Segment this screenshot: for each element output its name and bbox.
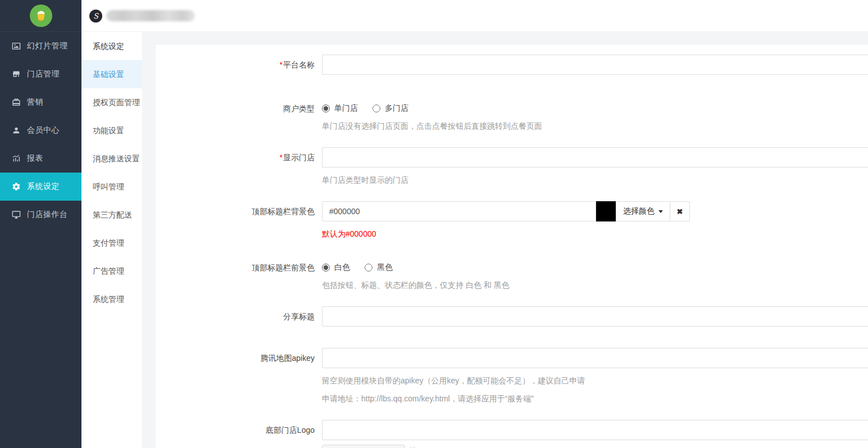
bottom-logo-preview [322, 445, 405, 448]
sidebar-item-label: 报表 [27, 153, 43, 164]
masked-account-name [106, 10, 195, 21]
radio-black-input[interactable] [365, 264, 372, 271]
sidebar-item-store-console[interactable]: 门店操作台 [0, 201, 81, 229]
title-fg-color-radio-group: 白色 黑色 [322, 261, 868, 273]
merchant-type-radio-group: 单门店 多门店 [322, 102, 868, 114]
content-row: 系统设定 基础设置 授权页面管理 功能设置 消息推送设置 呼叫管理 第三方配送 … [81, 32, 868, 448]
settings-form-card: *平台名称 商户类型 单门店 [156, 45, 868, 448]
settings-nav-title: 系统设定 [81, 32, 142, 60]
form-group-map-apikey: 腾讯地图apikey 留空则使用模块自带的apikey（公用key，配额可能会不… [156, 348, 868, 404]
settings-item-system[interactable]: 系统管理 [81, 285, 142, 313]
title-bg-color-input[interactable] [322, 201, 596, 221]
remove-logo-icon[interactable]: × [410, 445, 416, 448]
topbar: S [81, 0, 868, 32]
merchant-type-help: 单门店没有选择门店页面，点击点餐按钮后直接跳转到点餐页面 [322, 120, 868, 132]
clear-icon: ✖ [677, 207, 683, 216]
sidebar-item-system-settings[interactable]: 系统设定 [0, 173, 81, 201]
radio-white-input[interactable] [322, 264, 330, 271]
radio-black[interactable]: 黑色 [365, 263, 393, 273]
display-store-help: 单门店类型时显示的门店 [322, 174, 868, 185]
clear-color-button[interactable]: ✖ [670, 201, 690, 221]
settings-item-call[interactable]: 呼叫管理 [81, 173, 142, 201]
radio-multi-store[interactable]: 多门店 [372, 103, 408, 114]
form-group-merchant-type: 商户类型 单门店 多门店 [156, 102, 868, 132]
map-apikey-help-2: 申请地址：http://lbs.qq.com/key.html，请选择应用于“服… [322, 393, 868, 404]
radio-multi-store-input[interactable] [372, 105, 380, 112]
map-apikey-help-1: 留空则使用模块自带的apikey（公用key，配额可能会不足），建议自己申请 [322, 375, 868, 386]
cupcake-logo-icon [30, 4, 52, 27]
required-mark: * [280, 153, 283, 162]
sidebar-item-slides[interactable]: 幻灯片管理 [0, 32, 81, 60]
gear-icon [12, 182, 21, 191]
console-icon [12, 210, 21, 219]
platform-name-input[interactable] [322, 55, 868, 75]
radio-single-store[interactable]: 单门店 [322, 103, 358, 114]
map-apikey-label: 腾讯地图apikey [156, 348, 322, 404]
platform-name-label: *平台名称 [156, 55, 322, 75]
settings-item-features[interactable]: 功能设置 [81, 116, 142, 144]
main-sidebar: 幻灯片管理 门店管理 营销 会员中心 [0, 0, 81, 448]
sidebar-item-reports[interactable]: 报表 [0, 144, 81, 173]
title-bg-color-help: 默认为#000000 [322, 228, 868, 239]
sidebar-item-label: 会员中心 [27, 125, 60, 135]
form-group-title-fg-color: 顶部标题栏前景色 白色 黑色 [156, 261, 868, 291]
share-title-input[interactable] [322, 306, 868, 327]
share-title-label: 分享标题 [156, 306, 322, 327]
sidebar-item-label: 门店操作台 [27, 210, 68, 220]
form-group-title-bg-color: 顶部标题栏背景色 选择颜色 ✖ [156, 201, 868, 239]
choose-color-button[interactable]: 选择颜色 [616, 201, 670, 221]
sidebar-item-label: 门店管理 [27, 69, 60, 79]
form-group-bottom-logo: 底部门店Logo × [156, 420, 868, 448]
sidebar-item-label: 营销 [27, 97, 43, 107]
settings-item-auth-pages[interactable]: 授权页面管理 [81, 88, 142, 116]
title-bg-color-label: 顶部标题栏背景色 [156, 201, 322, 239]
app-logo[interactable] [0, 0, 81, 32]
settings-item-push[interactable]: 消息推送设置 [81, 144, 142, 173]
main-content: *平台名称 商户类型 单门店 [142, 32, 868, 448]
main-nav: 幻灯片管理 门店管理 营销 会员中心 [0, 32, 81, 229]
settings-item-ads[interactable]: 广告管理 [81, 257, 142, 285]
settings-item-payment[interactable]: 支付管理 [81, 229, 142, 257]
caret-down-icon [658, 210, 663, 213]
member-icon [12, 126, 21, 135]
sidebar-item-label: 系统设定 [27, 182, 60, 192]
account-badge-icon[interactable]: S [89, 10, 102, 22]
sidebar-item-members[interactable]: 会员中心 [0, 116, 81, 144]
bottom-logo-input[interactable] [322, 420, 868, 440]
gift-icon [12, 98, 21, 107]
display-store-label: *显示门店 [156, 147, 322, 185]
radio-single-store-input[interactable] [322, 105, 330, 112]
bottom-logo-label: 底部门店Logo [156, 420, 322, 448]
title-fg-color-help: 包括按钮、标题、状态栏的颜色，仅支持 白色 和 黑色 [322, 279, 868, 291]
store-icon [12, 70, 21, 79]
sidebar-item-marketing[interactable]: 营销 [0, 88, 81, 116]
settings-sidebar: 系统设定 基础设置 授权页面管理 功能设置 消息推送设置 呼叫管理 第三方配送 … [81, 32, 142, 448]
report-icon [12, 154, 21, 163]
sidebar-item-stores[interactable]: 门店管理 [0, 60, 81, 88]
color-picker-group: 选择颜色 ✖ [322, 201, 868, 221]
bottom-logo-preview-row: × [322, 445, 868, 448]
badge-glyph: S [93, 12, 98, 20]
radio-white[interactable]: 白色 [322, 263, 350, 273]
sidebar-item-label: 幻灯片管理 [27, 41, 68, 51]
app-root: 幻灯片管理 门店管理 营销 会员中心 [0, 0, 868, 448]
slides-icon [12, 42, 21, 51]
merchant-type-label: 商户类型 [156, 102, 322, 132]
form-group-display-store: *显示门店 单门店类型时显示的门店 [156, 147, 868, 185]
color-swatch [596, 201, 616, 221]
form-group-share-title: 分享标题 [156, 306, 868, 327]
map-apikey-input[interactable] [322, 348, 868, 368]
settings-item-delivery[interactable]: 第三方配送 [81, 201, 142, 229]
settings-item-basic[interactable]: 基础设置 [81, 60, 142, 88]
title-fg-color-label: 顶部标题栏前景色 [156, 261, 322, 291]
form-group-platform-name: *平台名称 [156, 55, 868, 75]
required-mark: * [280, 60, 283, 69]
display-store-input[interactable] [322, 147, 868, 168]
